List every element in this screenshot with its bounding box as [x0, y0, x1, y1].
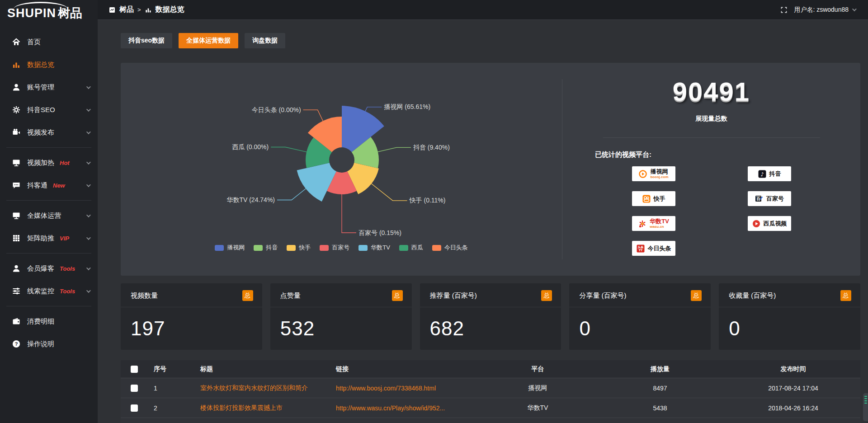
stat-card-分享量 (百家号): 分享量 (百家号) 总 0: [569, 283, 711, 350]
svg-text:?: ?: [15, 341, 18, 347]
sidebar-item-数据总览[interactable]: 数据总览: [0, 53, 98, 76]
sidebar-menu: 首页数据总览账号管理抖音SEO视频发布视频加热Hot抖客通New全媒体运营矩阵助…: [0, 26, 98, 355]
stat-card-收藏量 (百家号): 收藏量 (百家号) 总 0: [719, 283, 860, 350]
sidebar-item-抖客通[interactable]: 抖客通New: [0, 174, 98, 197]
legend-swatch: [287, 245, 296, 251]
table-row: 2 楼体投影灯投影效果震撼上市 http://www.wasu.cn/Play/…: [121, 398, 860, 418]
tab-全媒体运营数据[interactable]: 全媒体运营数据: [179, 33, 238, 48]
platform-name: 今日头条: [648, 245, 671, 252]
sidebar-item-label: 抖客通: [27, 181, 47, 190]
platforms-column-left: 播视网boosj.com快手华数TVwasu.cn头条TT今日头条: [632, 166, 675, 256]
pie-label-line: [365, 107, 382, 111]
cell-index: 1: [147, 385, 194, 392]
sidebar-item-label: 线索监控: [27, 287, 54, 296]
platform-name: 华数TV: [650, 218, 669, 225]
stat-card-value: 0: [719, 307, 860, 340]
platform-badge-百家号: 百百家号: [748, 191, 791, 206]
row-checkbox[interactable]: [131, 404, 138, 412]
sidebar-item-视频发布[interactable]: 视频发布: [0, 121, 98, 144]
tab-抖音seo数据[interactable]: 抖音seo数据: [121, 33, 172, 48]
total-badge: 总: [392, 290, 403, 301]
pie-label: 快手 (0.11%): [409, 197, 446, 204]
grid-icon: [12, 234, 21, 243]
stat-card-value: 197: [121, 307, 262, 340]
bar-chart-icon: [145, 6, 152, 14]
breadcrumb-root[interactable]: 树品: [119, 5, 134, 14]
legend-item-播视网[interactable]: 播视网: [215, 244, 245, 252]
user-menu[interactable]: 用户名: zswodun88: [794, 6, 855, 14]
sidebar-item-抖音SEO[interactable]: 抖音SEO: [0, 99, 98, 121]
col-header-标题: 标题: [194, 365, 330, 373]
select-all-checkbox[interactable]: [131, 366, 138, 373]
monitor-icon: [12, 158, 21, 167]
legend-item-华数TV[interactable]: 华数TV: [359, 244, 390, 252]
cell-url-link[interactable]: http://www.wasu.cn/Play/show/id/952...: [330, 404, 483, 412]
breadcrumb-separator: >: [137, 6, 141, 13]
chevron-down-icon: [86, 235, 91, 240]
pie-label: 播视网 (65.61%): [383, 103, 430, 110]
pie-label-line: [342, 194, 356, 233]
col-header-序号: 序号: [147, 365, 194, 373]
app-root: SHUPIN 树品 首页数据总览账号管理抖音SEO视频发布视频加热Hot抖客通N…: [0, 0, 868, 423]
pie-label: 西瓜 (0.00%): [232, 143, 269, 150]
col-header-发布时间: 发布时间: [727, 365, 859, 373]
username-label: 用户名: zswodun88: [794, 6, 849, 14]
legend-label: 快手: [299, 244, 311, 252]
sidebar-item-tag: Hot: [60, 160, 70, 166]
app-icon: [108, 6, 116, 14]
legend-item-西瓜[interactable]: 西瓜: [399, 244, 423, 252]
sidebar-item-操作说明[interactable]: ?操作说明: [0, 333, 98, 355]
fullscreen-icon[interactable]: [780, 6, 788, 14]
sidebar-item-会员爆客[interactable]: 会员爆客Tools: [0, 257, 98, 280]
sidebar-item-label: 视频加热: [27, 159, 54, 167]
sidebar-item-tag: New: [53, 182, 65, 189]
tab-询盘数据[interactable]: 询盘数据: [245, 33, 285, 48]
chart-legend: 播视网抖音快手百家号华数TV西瓜今日头条: [215, 244, 468, 252]
legend-swatch: [254, 245, 263, 251]
stat-card-title: 收藏量 (百家号): [729, 291, 776, 300]
sidebar-item-tag: Tools: [60, 288, 75, 295]
sidebar-item-label: 矩阵助推: [27, 234, 54, 243]
cell-title-link[interactable]: 室外水纹灯和室内水纹灯的区别和简介: [194, 384, 330, 392]
sidebar-item-全媒体运营[interactable]: 全媒体运营: [0, 204, 98, 227]
floating-scrollbar[interactable]: [863, 393, 868, 421]
col-header-链接: 链接: [330, 365, 483, 373]
sidebar-item-矩阵助推[interactable]: 矩阵助推VIP: [0, 227, 98, 249]
sidebar-item-线索监控[interactable]: 线索监控Tools: [0, 280, 98, 302]
legend-item-百家号[interactable]: 百家号: [320, 244, 349, 252]
chevron-down-icon: [86, 213, 91, 217]
videos-table: 序号 标题 链接 平台 播放量 发布时间 1 室外水纹灯和室内水纹灯的区别和简介…: [121, 360, 860, 423]
stat-card-视频数量: 视频数量 总 197: [121, 283, 262, 350]
platform-name: 西瓜视频: [764, 221, 787, 227]
svg-text:百: 百: [756, 196, 761, 201]
chart-panel: 播视网 (65.61%)抖音 (9.40%)快手 (0.11%)百家号 (0.1…: [121, 63, 860, 276]
brand-logo[interactable]: SHUPIN 树品: [0, 0, 98, 26]
sidebar: SHUPIN 树品 首页数据总览账号管理抖音SEO视频发布视频加热Hot抖客通N…: [0, 0, 98, 423]
row-checkbox[interactable]: [131, 385, 138, 392]
cell-title-link[interactable]: 楼体投影灯投影效果震撼上市: [194, 404, 330, 412]
cell-platform: 华数TV: [483, 404, 593, 412]
user-icon: [12, 264, 21, 273]
summary-panel: 90491 展现量总数 已统计的视频平台: 播视网boosj.com快手华数TV…: [562, 63, 860, 276]
platform-badge-播视网: 播视网boosj.com: [632, 166, 675, 181]
sidebar-item-账号管理[interactable]: 账号管理: [0, 76, 98, 99]
boosj-logo: [638, 169, 647, 179]
legend-item-快手[interactable]: 快手: [287, 244, 311, 252]
cell-url-link[interactable]: http://www.boosj.com/7338468.html: [330, 385, 483, 392]
stat-card-value: 0: [569, 307, 711, 340]
legend-item-今日头条[interactable]: 今日头条: [432, 244, 468, 252]
legend-item-抖音[interactable]: 抖音: [254, 244, 278, 252]
platform-badge-今日头条: 头条TT今日头条: [632, 241, 675, 256]
legend-label: 西瓜: [411, 244, 423, 252]
baijiahao-logo: 百: [755, 194, 764, 203]
summary-divider: [603, 137, 820, 138]
sidebar-item-视频加热[interactable]: 视频加热Hot: [0, 151, 98, 174]
stat-card-header: 点赞量 总: [270, 283, 412, 307]
douyin-logo: ♪: [758, 169, 767, 179]
sidebar-item-首页[interactable]: 首页: [0, 31, 98, 53]
platform-subtext: wasu.cn: [650, 225, 664, 229]
logo-arc: [14, 2, 68, 9]
legend-swatch: [432, 245, 441, 251]
sidebar-item-label: 操作说明: [27, 340, 54, 348]
sidebar-item-消费明细[interactable]: 消费明细: [0, 310, 98, 333]
